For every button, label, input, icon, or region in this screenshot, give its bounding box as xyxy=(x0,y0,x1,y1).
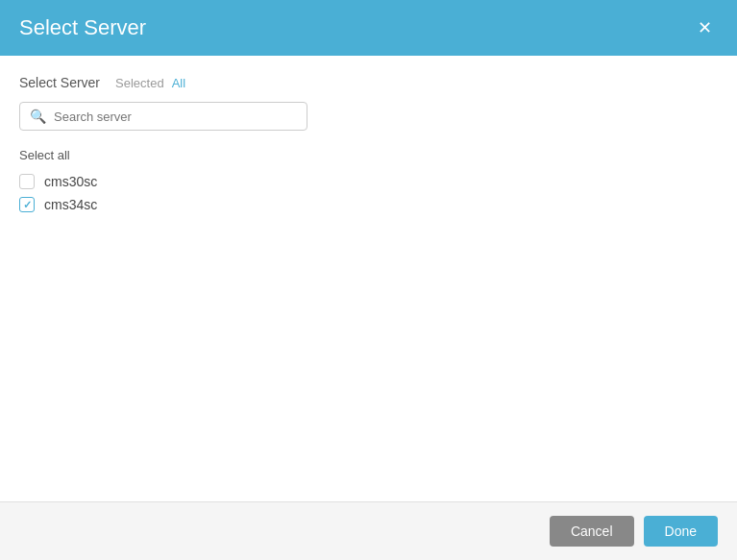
dialog-footer: Cancel Done xyxy=(0,501,737,560)
dialog-body: Select Server Selected All 🔍 Select all … xyxy=(0,56,737,501)
filter-all-tab[interactable]: All xyxy=(172,76,185,90)
server-item-cms34sc[interactable]: cms34sc xyxy=(19,197,718,212)
dialog-title: Select Server xyxy=(19,15,146,40)
search-input[interactable] xyxy=(54,110,297,124)
checkbox-cms30sc[interactable] xyxy=(19,174,35,189)
done-button[interactable]: Done xyxy=(644,516,718,547)
server-name-cms30sc: cms30sc xyxy=(44,174,97,189)
search-icon: 🔍 xyxy=(30,109,46,124)
select-all-label[interactable]: Select all xyxy=(19,148,70,162)
server-name-cms34sc: cms34sc xyxy=(44,197,97,212)
filter-selected-tab[interactable]: Selected xyxy=(115,76,164,90)
dialog-header: Select Server ✕ xyxy=(0,0,737,56)
filter-tabs: Selected All xyxy=(115,76,185,90)
select-server-dialog: Select Server ✕ Select Server Selected A… xyxy=(0,0,737,560)
section-header: Select Server Selected All xyxy=(19,75,718,90)
server-item-cms30sc[interactable]: cms30sc xyxy=(19,174,718,189)
checkbox-cms34sc[interactable] xyxy=(19,197,35,212)
search-box: 🔍 xyxy=(19,102,307,131)
section-label: Select Server xyxy=(19,75,100,90)
server-list: cms30sc cms34sc xyxy=(19,174,718,212)
cancel-button[interactable]: Cancel xyxy=(550,516,634,547)
close-button[interactable]: ✕ xyxy=(692,17,718,38)
